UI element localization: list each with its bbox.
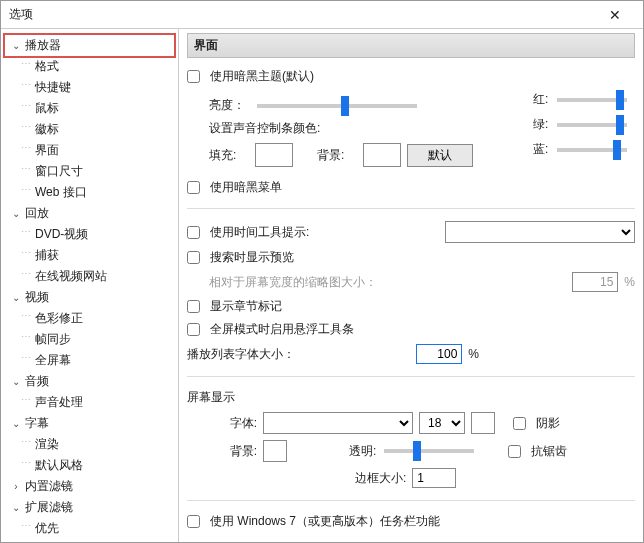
tree-player[interactable]: ⌄播放器: [3, 33, 176, 58]
float-toolbar-checkbox[interactable]: 全屏模式时启用悬浮工具条: [187, 321, 354, 338]
blue-slider[interactable]: [557, 148, 627, 152]
tree-hotkeys[interactable]: 快捷键: [5, 77, 174, 98]
bg2-label: 背景:: [209, 443, 257, 460]
tree-audio[interactable]: ⌄音频: [5, 371, 174, 392]
tree-online[interactable]: 在线视频网站: [5, 266, 174, 287]
search-preview-checkbox[interactable]: 搜索时显示预览: [187, 249, 294, 266]
list-font-input[interactable]: [416, 344, 462, 364]
close-icon[interactable]: ✕: [595, 7, 635, 23]
chevron-down-icon[interactable]: ⌄: [9, 208, 23, 219]
tree-capture[interactable]: 捕获: [5, 245, 174, 266]
titlebar: 选项 ✕: [1, 1, 643, 29]
dark-menu-checkbox[interactable]: 使用暗黑菜单: [187, 179, 282, 196]
win7-taskbar-checkbox[interactable]: 使用 Windows 7（或更高版本）任务栏功能: [187, 513, 440, 530]
tree-internal[interactable]: ›内置滤镜: [5, 476, 174, 497]
opacity-label: 透明:: [349, 443, 376, 460]
tree-mouse[interactable]: 鼠标: [5, 98, 174, 119]
font-label: 字体:: [209, 415, 257, 432]
tree-color[interactable]: 色彩修正: [5, 308, 174, 329]
default-button[interactable]: 默认: [407, 144, 473, 167]
tree-sync[interactable]: 帧同步: [5, 329, 174, 350]
tree-playback[interactable]: ⌄回放: [5, 203, 174, 224]
divider-2: [187, 376, 635, 377]
chevron-down-icon[interactable]: ⌄: [9, 418, 23, 429]
tree-interface[interactable]: 界面: [5, 140, 174, 161]
green-slider[interactable]: [557, 123, 627, 127]
bg-label: 背景:: [317, 147, 357, 164]
bg2-color-swatch[interactable]: [263, 440, 287, 462]
tree-web[interactable]: Web 接口: [5, 182, 174, 203]
thumb-hint: 相对于屏幕宽度的缩略图大小：: [209, 274, 377, 291]
border-label: 边框大小:: [355, 470, 406, 487]
tree-substyle[interactable]: 默认风格: [5, 455, 174, 476]
divider-3: [187, 500, 635, 501]
options-window: 选项 ✕ ⌄播放器 格式 快捷键 鼠标 徽标 界面 窗口尺寸 Web 接口 ⌄回…: [0, 0, 644, 543]
tree-windowsize[interactable]: 窗口尺寸: [5, 161, 174, 182]
aa-checkbox[interactable]: 抗锯齿: [508, 443, 567, 460]
pct-label: %: [624, 275, 635, 289]
sidebar-tree[interactable]: ⌄播放器 格式 快捷键 鼠标 徽标 界面 窗口尺寸 Web 接口 ⌄回放 DVD…: [1, 29, 179, 542]
content-panel: 界面 使用暗黑主题(默认) 亮度： 设置声音控制条颜色: 填充: 背景:: [179, 29, 643, 542]
thumb-size-input: [572, 272, 618, 292]
brightness-slider[interactable]: [257, 104, 417, 108]
bg-color-swatch[interactable]: [363, 143, 401, 167]
opacity-slider[interactable]: [384, 449, 474, 453]
tree-external[interactable]: ⌄扩展滤镜: [5, 497, 174, 518]
tree-fullscreen[interactable]: 全屏幕: [5, 350, 174, 371]
font-size-select[interactable]: 18: [419, 412, 465, 434]
tree-audioproc[interactable]: 声音处理: [5, 392, 174, 413]
chevron-down-icon[interactable]: ⌄: [9, 502, 23, 513]
screen-display-label: 屏幕显示: [187, 389, 235, 406]
section-title: 界面: [187, 33, 635, 58]
tree-other[interactable]: ›其它: [5, 539, 174, 542]
tooltip-checkbox[interactable]: 使用时间工具提示:: [187, 224, 309, 241]
tree-video[interactable]: ⌄视频: [5, 287, 174, 308]
tree-subrender[interactable]: 渲染: [5, 434, 174, 455]
fill-label: 填充:: [209, 147, 249, 164]
soundbar-colors-label: 设置声音控制条颜色:: [209, 120, 320, 137]
font-color-swatch[interactable]: [471, 412, 495, 434]
chevron-down-icon[interactable]: ⌄: [9, 376, 23, 387]
tree-format[interactable]: 格式: [5, 56, 174, 77]
tree-cursorkeys[interactable]: 徽标: [5, 119, 174, 140]
blue-label: 蓝:: [533, 141, 555, 158]
tree-subtitles[interactable]: ⌄字幕: [5, 413, 174, 434]
tree-dvd[interactable]: DVD-视频: [5, 224, 174, 245]
border-size-stepper[interactable]: [412, 468, 456, 488]
green-label: 绿:: [533, 116, 555, 133]
shadow-checkbox[interactable]: 阴影: [513, 415, 560, 432]
chapter-marks-checkbox[interactable]: 显示章节标记: [187, 298, 282, 315]
pct-label-2: %: [468, 347, 479, 361]
list-font-label: 播放列表字体大小：: [187, 346, 295, 363]
font-select[interactable]: [263, 412, 413, 434]
red-label: 红:: [533, 91, 555, 108]
tree-priority[interactable]: 优先: [5, 518, 174, 539]
chevron-down-icon[interactable]: ⌄: [9, 292, 23, 303]
divider: [187, 208, 635, 209]
red-slider[interactable]: [557, 98, 627, 102]
chevron-down-icon[interactable]: ⌄: [9, 40, 23, 51]
window-title: 选项: [9, 6, 595, 23]
tooltip-select[interactable]: [445, 221, 635, 243]
brightness-label: 亮度：: [209, 97, 249, 114]
fill-color-swatch[interactable]: [255, 143, 293, 167]
chevron-right-icon[interactable]: ›: [9, 481, 23, 492]
dark-theme-checkbox[interactable]: 使用暗黑主题(默认): [187, 68, 314, 85]
